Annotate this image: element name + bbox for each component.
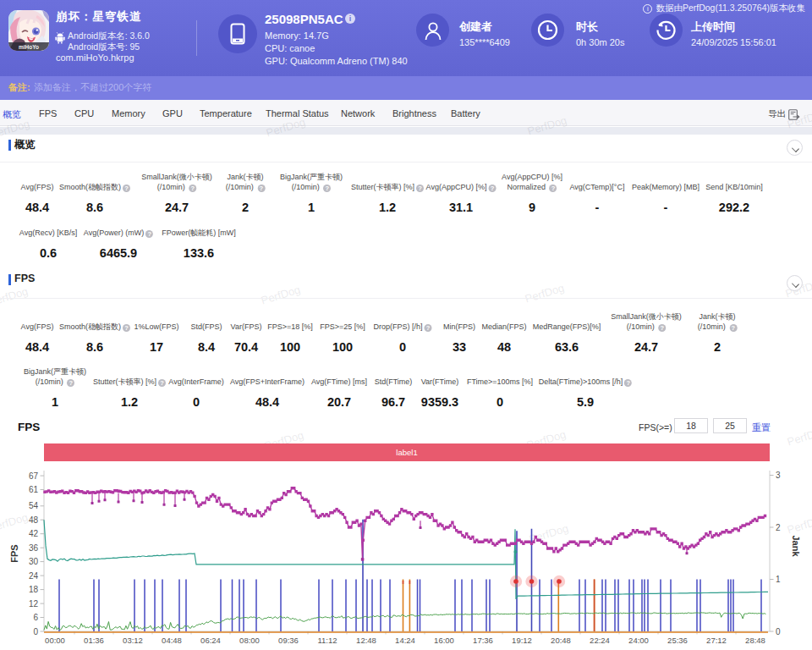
svg-text:36: 36: [29, 543, 39, 553]
svg-text:08:00: 08:00: [239, 636, 260, 645]
svg-text:19:12: 19:12: [512, 636, 532, 645]
svg-text:3: 3: [776, 471, 781, 480]
svg-text:24:00: 24:00: [628, 636, 649, 645]
svg-text:25:36: 25:36: [667, 636, 688, 645]
svg-text:01:36: 01:36: [84, 636, 104, 645]
svg-text:16:00: 16:00: [434, 636, 454, 645]
svg-text:22:24: 22:24: [590, 636, 610, 645]
svg-text:24: 24: [29, 571, 39, 581]
svg-text:6: 6: [33, 613, 38, 622]
svg-text:Jank: Jank: [791, 535, 801, 557]
svg-text:09:36: 09:36: [278, 636, 299, 645]
svg-text:27:12: 27:12: [706, 636, 727, 645]
svg-text:20:48: 20:48: [551, 636, 571, 645]
svg-text:11:12: 11:12: [317, 636, 337, 645]
svg-text:0: 0: [33, 627, 38, 636]
svg-text:00:00: 00:00: [45, 636, 65, 645]
svg-text:17:36: 17:36: [473, 636, 493, 645]
svg-text:1: 1: [776, 575, 781, 584]
svg-text:54: 54: [29, 501, 39, 510]
svg-text:FPS: FPS: [9, 544, 19, 562]
svg-text:61: 61: [29, 485, 39, 494]
svg-text:42: 42: [29, 529, 39, 538]
svg-text:48: 48: [29, 515, 39, 525]
svg-text:miHoYo: miHoYo: [19, 44, 39, 50]
svg-text:0: 0: [776, 627, 781, 636]
svg-text:03:12: 03:12: [123, 636, 143, 645]
svg-text:28:48: 28:48: [745, 636, 765, 645]
svg-text:14:24: 14:24: [395, 636, 415, 645]
svg-text:18: 18: [29, 585, 39, 594]
svg-text:04:48: 04:48: [162, 636, 182, 645]
svg-text:12:48: 12:48: [356, 636, 376, 645]
svg-text:2: 2: [776, 523, 781, 532]
svg-text:67: 67: [29, 471, 39, 481]
svg-text:12: 12: [29, 599, 39, 609]
svg-text:30: 30: [29, 557, 39, 566]
svg-text:06:24: 06:24: [200, 636, 221, 645]
